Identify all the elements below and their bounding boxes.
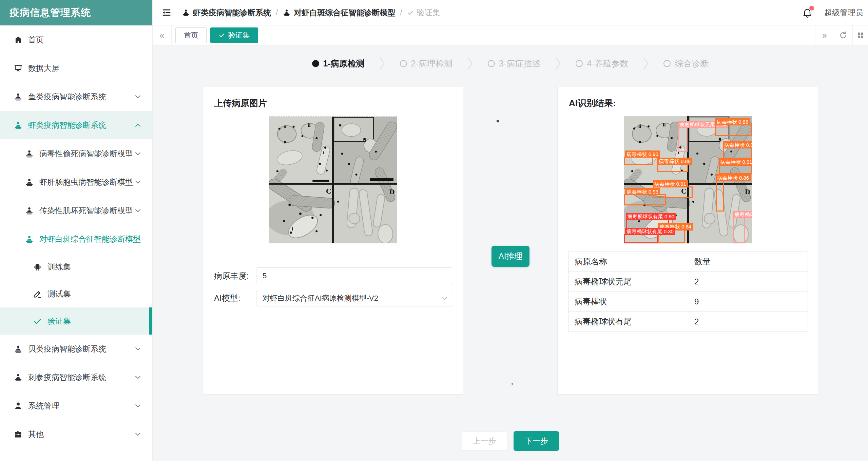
- chevron-down-icon: [135, 433, 141, 436]
- tabs-scroll-right-icon[interactable]: »: [815, 25, 834, 45]
- sidebar-item-viral-death-model[interactable]: 病毒性偷死病智能诊断模型: [0, 139, 152, 168]
- content-area: 1-病原检测 2-病理检测 3-病症描述 4-养殖参数 综合诊断: [153, 45, 868, 461]
- layout-grid-icon[interactable]: [852, 25, 868, 45]
- annotated-result-image: 病毒椭球状无尾 0.94 病毒棒状 0.88 病毒棒状 0.88 病毒棒状 0.…: [624, 116, 752, 243]
- screen-board-icon: [14, 64, 23, 73]
- sidebar-item-label: 病毒性偷死病智能诊断模型: [39, 148, 133, 159]
- sidebar-item-label: 训练集: [47, 262, 71, 272]
- step-arrow-icon: [380, 57, 385, 70]
- detection-box: 病毒棒状 0.90: [624, 157, 653, 164]
- sidebar-item-other[interactable]: 其他: [0, 420, 152, 448]
- sidebar-item-label: 首页: [28, 35, 44, 45]
- detection-label: 病毒棒状 0.91: [719, 158, 752, 166]
- diagnosis-desk-icon: [14, 373, 23, 382]
- detection-label: 病毒棒状 0.91: [653, 180, 688, 188]
- notification-bell-icon[interactable]: [802, 7, 813, 18]
- sidebar-item-label: 系统管理: [28, 401, 59, 411]
- sidebar-item-label: 刺参疫病智能诊断系统: [28, 372, 106, 383]
- sidebar-item-wssv-model[interactable]: 对虾白斑综合征智能诊断模型: [0, 225, 152, 253]
- pathogen-micrograph-image: [269, 117, 397, 243]
- home-icon: [14, 35, 23, 44]
- sidebar-item-ehp-model[interactable]: 虾肝肠胞虫病智能诊断模型: [0, 168, 152, 196]
- breadcrumb: 虾类疫病智能诊断系统 / 对虾白斑综合征智能诊断模型 / 验证集: [182, 7, 440, 18]
- step-arrow-icon: [467, 57, 473, 70]
- pathogen-count-cell: 9: [688, 292, 808, 312]
- step-label: 1-病原检测: [323, 58, 365, 69]
- step-dot: [576, 60, 583, 67]
- menu-fold-icon[interactable]: [161, 7, 172, 18]
- detection-box: 病毒椭球状有尾 0.30: [624, 234, 658, 243]
- tab-home[interactable]: 首页: [175, 27, 207, 43]
- table-header-row: 病原名称 数量: [568, 252, 808, 272]
- tab-actions: »: [815, 25, 868, 45]
- sidebar-item-sea-cucumber-system[interactable]: 刺参疫病智能诊断系统: [0, 363, 152, 392]
- sidebar-item-fish-system[interactable]: 鱼类疫病智能诊断系统: [0, 82, 152, 111]
- detection-box: 病毒椭球: [733, 217, 745, 243]
- sidebar-item-data-screen[interactable]: 数据大屏: [0, 54, 152, 82]
- detection-label: 病毒棒状 0.88: [723, 141, 752, 149]
- sidebar-item-label: 验证集: [47, 316, 71, 326]
- breadcrumb-label: 验证集: [417, 7, 440, 18]
- diagnosis-desk-icon: [14, 92, 23, 101]
- tabs-scroll-left-icon[interactable]: «: [153, 25, 172, 45]
- check-icon: [33, 317, 42, 326]
- next-step-button[interactable]: 下一步: [514, 431, 559, 451]
- abundance-input[interactable]: [256, 267, 453, 284]
- detection-label: 病毒棒状 0.90: [625, 151, 660, 158]
- table-row: 病毒椭球状无尾 2: [568, 272, 808, 292]
- panels-row: 上传病原图片 病原丰度: AI模型: 对虾白斑综合征AI病原检测模型-V2: [153, 87, 868, 395]
- diagnosis-desk-icon: [25, 206, 34, 215]
- prev-step-button[interactable]: 上一步: [462, 431, 507, 451]
- screen-artifact-dot: [512, 383, 513, 385]
- detection-label: 病毒椭球: [733, 211, 752, 218]
- sidebar-item-label: 虾类疫病智能诊断系统: [28, 120, 106, 131]
- upload-panel: 上传病原图片 病原丰度: AI模型: 对虾白斑综合征AI病原检测模型-V2: [202, 87, 463, 395]
- detection-label: 病毒椭球状有尾 0.90: [626, 213, 676, 220]
- breadcrumb-item-wssv-model[interactable]: 对虾白斑综合征智能诊断模型: [283, 7, 395, 18]
- chevron-down-icon: [135, 95, 141, 99]
- detection-label: 病毒棒状 0.88: [715, 118, 750, 126]
- sidebar-item-home[interactable]: 首页: [0, 25, 152, 54]
- check-icon: [219, 32, 225, 38]
- sidebar-item-shrimp-system[interactable]: 虾类疫病智能诊断系统: [0, 111, 152, 139]
- detection-box: 病毒棒状 0.86: [716, 180, 724, 211]
- pathogen-count-cell: 2: [688, 272, 808, 292]
- ai-model-label: AI模型:: [214, 293, 256, 304]
- chevron-down-icon: [135, 404, 141, 408]
- ai-model-selected-value: 对虾白斑综合征AI病原检测模型-V2: [263, 293, 378, 303]
- pathogen-name-cell: 病毒椭球状有尾: [568, 312, 688, 332]
- result-panel-title: AI识别结果:: [569, 97, 818, 109]
- breadcrumb-separator: /: [400, 8, 402, 17]
- detection-label: 病毒棒状 0.88: [657, 158, 692, 165]
- user-icon: [14, 401, 23, 410]
- tab-label: 验证集: [228, 31, 250, 40]
- sidebar-item-validation-set[interactable]: 验证集: [0, 307, 152, 335]
- current-user[interactable]: 超级管理员: [824, 7, 863, 18]
- footer-divider: [163, 422, 858, 422]
- screen-artifact-dot: [497, 120, 499, 122]
- sidebar-item-system-admin[interactable]: 系统管理: [0, 392, 152, 420]
- pathogen-image-upload[interactable]: [269, 116, 397, 243]
- step-farming-parameters: 4-养殖参数: [576, 58, 628, 69]
- diagnosis-desk-icon: [25, 178, 34, 187]
- top-navbar: 虾类疫病智能诊断系统 / 对虾白斑综合征智能诊断模型 / 验证集 超级管理员: [153, 0, 868, 25]
- sidebar-item-test-set[interactable]: 测试集: [0, 280, 152, 307]
- step-label: 4-养殖参数: [587, 58, 628, 69]
- chevron-up-icon: [135, 237, 141, 241]
- notification-badge: [809, 6, 814, 11]
- detection-box: 病毒棒状 0.91: [719, 165, 752, 174]
- diagnosis-desk-icon: [14, 121, 23, 130]
- breadcrumb-item-shrimp-system[interactable]: 虾类疫病智能诊断系统: [182, 7, 271, 18]
- tab-validation-set[interactable]: 验证集: [210, 27, 258, 43]
- sidebar-item-shellfish-system[interactable]: 贝类疫病智能诊断系统: [0, 335, 152, 363]
- step-label: 2-病理检测: [411, 58, 452, 69]
- sidebar-item-label: 其他: [28, 429, 44, 440]
- sidebar-item-training-set[interactable]: 训练集: [0, 253, 152, 280]
- chevron-down-icon: [135, 152, 141, 156]
- detection-box: 病毒棒状 0.88: [657, 164, 688, 172]
- refresh-icon[interactable]: [834, 25, 852, 45]
- sidebar-item-imn-model[interactable]: 传染性肌坏死智能诊断模型: [0, 196, 152, 225]
- ai-model-select[interactable]: 对虾白斑综合征AI病原检测模型-V2: [256, 290, 453, 306]
- chevron-down-icon: [135, 209, 141, 213]
- ai-infer-button[interactable]: AI推理: [491, 246, 529, 267]
